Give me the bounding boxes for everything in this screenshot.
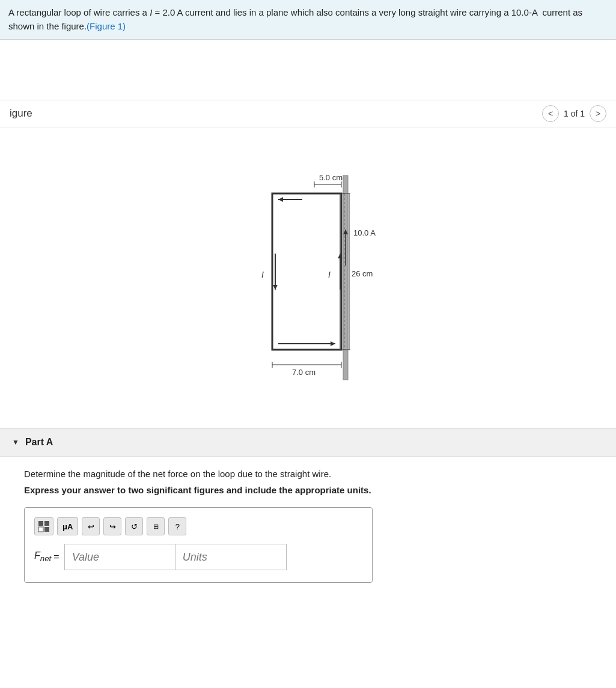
reset-button[interactable]: ↺ [125,517,143,535]
mu-a-label: μΑ [63,522,73,531]
part-header[interactable]: ▼ Part A [0,428,616,456]
svg-rect-25 [38,527,43,532]
symbol-blocks-button[interactable] [34,517,53,535]
instruction-text: Express your answer to two significant f… [24,485,592,495]
label-26cm: 26 cm [352,269,373,278]
label-10A: 10.0 A [353,228,376,237]
label-5cm: 5.0 cm [319,173,343,182]
figure-link[interactable]: (Figure 1) [87,21,126,31]
figure-canvas: 5.0 cm 10.0 A I I 26 cm [0,127,616,428]
label-I-left: I [261,270,264,279]
next-button[interactable]: > [590,105,606,122]
svg-rect-3 [272,193,341,350]
part-label: Part A [25,437,53,448]
part-arrow-icon: ▼ [12,438,19,446]
prev-button[interactable]: < [542,105,559,122]
help-button[interactable]: ? [168,517,186,535]
label-70cm: 7.0 cm [292,368,316,377]
figure-header: igure < 1 of 1 > [0,100,616,127]
question-text: Determine the magnitude of the net force… [24,469,592,479]
part-section: ▼ Part A Determine the magnitude of the … [0,428,616,601]
input-row: Fnet = [34,544,362,570]
figure-title: igure [10,108,32,120]
svg-rect-23 [38,521,43,526]
problem-header: A rectangular loop of wire carries a I =… [0,0,616,40]
figure-nav: < 1 of 1 > [542,105,606,122]
redo-button[interactable]: ↪ [103,517,121,535]
equals-sign: = [53,552,59,562]
label-I-right: I [328,270,331,279]
page-indicator: 1 of 1 [564,109,585,118]
symbol-blocks-icon [38,520,50,532]
units-input[interactable] [175,544,287,570]
keyboard-button[interactable]: ⊞ [147,517,165,535]
value-input[interactable] [64,544,175,570]
mu-a-button[interactable]: μΑ [57,517,78,535]
svg-rect-5 [343,175,348,380]
part-content: Determine the magnitude of the net force… [0,456,616,601]
svg-rect-26 [44,527,49,532]
answer-box: μΑ ↩ ↪ ↺ ⊞ ? Fnet = [24,507,373,583]
svg-rect-24 [44,521,49,526]
physics-diagram: 5.0 cm 10.0 A I I 26 cm [182,157,435,398]
f-label: Fnet [34,550,51,563]
undo-button[interactable]: ↩ [82,517,100,535]
f-subscript: net [40,555,52,564]
toolbar: μΑ ↩ ↪ ↺ ⊞ ? [34,517,362,535]
